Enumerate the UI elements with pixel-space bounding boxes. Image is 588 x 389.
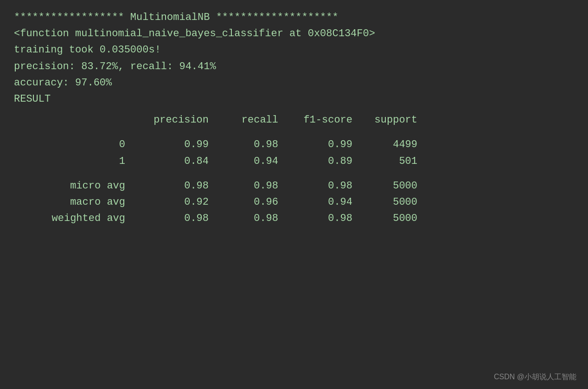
row-micro-recall: 0.98	[218, 178, 288, 194]
table-header-row: precision recall f1-score support	[14, 112, 574, 128]
row-weighted-label: weighted avg	[14, 210, 134, 227]
row-weighted-support: 5000	[362, 210, 417, 227]
row-micro-support: 5000	[362, 178, 417, 194]
line-training: training took 0.035000s!	[14, 42, 574, 58]
table-row-1: 1 0.84 0.94 0.89 501	[14, 153, 574, 169]
row1-precision: 0.84	[134, 153, 218, 169]
row1-label: 1	[14, 153, 134, 169]
header-precision: precision	[134, 112, 218, 128]
row-weighted-precision: 0.98	[134, 210, 218, 227]
row-weighted-recall: 0.98	[218, 210, 288, 227]
line-function: <function multinomial_naive_bayes_classi…	[14, 26, 574, 42]
results-table: precision recall f1-score support 0 0.99…	[14, 112, 574, 227]
row-macro-recall: 0.96	[218, 194, 288, 210]
table-row-micro: micro avg 0.98 0.98 0.98 5000	[14, 178, 574, 194]
line-header: ****************** MultinomialNB *******…	[14, 9, 574, 26]
line-accuracy: accuracy: 97.60%	[14, 75, 574, 91]
table-row-macro: macro avg 0.92 0.96 0.94 5000	[14, 194, 574, 210]
line-precision-recall: precision: 83.72%, recall: 94.41%	[14, 58, 574, 75]
row1-recall: 0.94	[218, 153, 288, 169]
header-f1: f1-score	[288, 112, 362, 128]
row-macro-f1: 0.94	[288, 194, 362, 210]
row1-support: 501	[362, 153, 417, 169]
row-micro-label: micro avg	[14, 178, 134, 194]
header-support: support	[362, 112, 417, 128]
row0-recall: 0.98	[218, 136, 288, 153]
row-micro-f1: 0.98	[288, 178, 362, 194]
line-result: RESULT	[14, 91, 574, 107]
row-macro-label: macro avg	[14, 194, 134, 210]
row0-support: 4499	[362, 136, 417, 153]
terminal-window: ****************** MultinomialNB *******…	[0, 0, 588, 389]
row-macro-precision: 0.92	[134, 194, 218, 210]
row-micro-precision: 0.98	[134, 178, 218, 194]
row0-precision: 0.99	[134, 136, 218, 153]
watermark: CSDN @小胡说人工智能	[494, 372, 576, 382]
row0-label: 0	[14, 136, 134, 153]
header-label	[14, 112, 134, 128]
row1-f1: 0.89	[288, 153, 362, 169]
header-recall: recall	[218, 112, 288, 128]
row-weighted-f1: 0.98	[288, 210, 362, 227]
row-macro-support: 5000	[362, 194, 417, 210]
row0-f1: 0.99	[288, 136, 362, 153]
table-row-0: 0 0.99 0.98 0.99 4499	[14, 136, 574, 153]
table-row-weighted: weighted avg 0.98 0.98 0.98 5000	[14, 210, 574, 227]
